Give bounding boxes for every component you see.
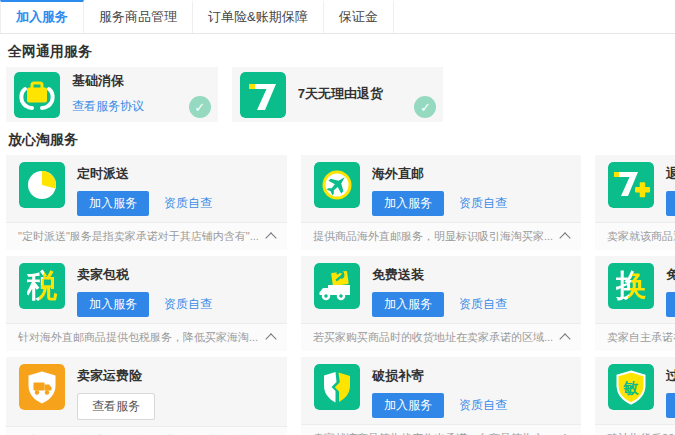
allergy-glyph: 敏 bbox=[623, 379, 640, 396]
service-title: 免费送装 bbox=[372, 266, 507, 284]
service-title: 基础消保 bbox=[72, 72, 144, 90]
allergy-shield-icon: 敏 bbox=[608, 364, 654, 410]
briefcase-icon bbox=[14, 72, 60, 118]
qualification-check-link[interactable]: 资质自查 bbox=[459, 195, 507, 212]
service-card-allergy-refund: 敏 过敏包退 加入服务 资质自查 确认收货后30天内，若消费者因使用该商品引..… bbox=[595, 357, 675, 435]
check-icon: ✓ bbox=[189, 96, 211, 118]
service-title: 退货承诺 bbox=[666, 165, 675, 183]
seven-day-icon bbox=[240, 72, 286, 118]
service-title: 定时派送 bbox=[77, 165, 212, 183]
join-service-button[interactable]: 加入服务 bbox=[77, 292, 149, 317]
service-description: 若买家购买商品时的收货地址在卖家承诺的区域... bbox=[313, 330, 553, 345]
join-service-button[interactable]: 加入服务 bbox=[666, 191, 675, 216]
service-title: 卖家包税 bbox=[77, 266, 212, 284]
service-card-return-promise: 退货承诺 加入服务 资质自查 卖家就该商品退货服务向买家作出承诺，自商品... bbox=[595, 155, 675, 250]
service-description: 确认收货后30天内，若消费者因使用该商品引... bbox=[607, 431, 675, 435]
tab-deposit[interactable]: 保证金 bbox=[324, 0, 394, 33]
service-card-free-delivery-install: 免费送装 加入服务 资质自查 若买家购买商品时的收货地址在卖家承诺的区域... bbox=[301, 256, 581, 351]
view-service-agreement-link[interactable]: 查看服务协议 bbox=[72, 98, 144, 115]
join-service-button[interactable]: 加入服务 bbox=[372, 191, 444, 216]
chevron-up-icon[interactable] bbox=[559, 232, 570, 243]
exchange-character-icon: 换 bbox=[608, 263, 654, 309]
service-title: 过敏包退 bbox=[666, 367, 675, 385]
broken-shield-icon bbox=[314, 364, 360, 410]
qualification-check-link[interactable]: 资质自查 bbox=[459, 296, 507, 313]
clock-pie-icon bbox=[19, 162, 65, 208]
chevron-up-icon[interactable] bbox=[559, 333, 570, 344]
service-description: 卖家就该商品退货服务向买家作出承诺，自商品... bbox=[607, 229, 675, 244]
tab-bar: 加入服务 服务商品管理 订单险&账期保障 保证金 bbox=[0, 0, 675, 34]
qualification-check-link[interactable]: 资质自查 bbox=[164, 296, 212, 313]
tax-glyph: 税 bbox=[27, 263, 58, 309]
delivery-truck-icon bbox=[314, 263, 360, 309]
seven-plus-icon bbox=[608, 162, 654, 208]
service-card-7day-return: 7天无理由退货 ✓ bbox=[232, 67, 444, 122]
join-service-button[interactable]: 加入服务 bbox=[372, 292, 444, 317]
join-service-button[interactable]: 加入服务 bbox=[372, 393, 444, 418]
service-card-overseas-direct-mail: 海外直邮 加入服务 资质自查 提供商品海外直邮服务，明显标识吸引海淘买家... bbox=[301, 155, 581, 250]
seller-services-page: 加入服务 服务商品管理 订单险&账期保障 保证金 全网通用服务 基础消保 查看服… bbox=[0, 0, 675, 435]
fangxintao-services-grid: 定时派送 加入服务 资质自查 "定时派送"服务是指卖家承诺对于其店铺内含有"..… bbox=[6, 155, 669, 435]
qualification-check-link[interactable]: 资质自查 bbox=[164, 195, 212, 212]
service-description: 提供商品海外直邮服务，明显标识吸引海淘买家... bbox=[313, 229, 553, 244]
service-title: 海外直邮 bbox=[372, 165, 507, 183]
fangxintao-section-title: 放心淘服务 bbox=[8, 131, 667, 149]
service-card-scheduled-delivery: 定时派送 加入服务 资质自查 "定时派送"服务是指卖家承诺对于其店铺内含有"..… bbox=[6, 155, 287, 250]
service-description: 卖家自主承诺在售后30天内，如发现商品出现... bbox=[607, 330, 675, 345]
airplane-icon bbox=[314, 162, 360, 208]
exchange-glyph: 换 bbox=[616, 263, 647, 309]
service-title: 7天无理由退货 bbox=[298, 85, 383, 103]
service-title: 破损补寄 bbox=[372, 367, 507, 385]
service-card-damage-reshipment: 破损补寄 加入服务 资质自查 卖家就该商品签收状态作出承诺，自商品签收之... bbox=[301, 357, 581, 435]
shield-truck-icon bbox=[19, 364, 65, 410]
content-area: 全网通用服务 基础消保 查看服务协议 ✓ bbox=[0, 43, 675, 435]
tax-character-icon: 税 bbox=[19, 263, 65, 309]
check-icon: ✓ bbox=[414, 96, 436, 118]
join-service-button[interactable]: 加入服务 bbox=[666, 393, 675, 418]
tab-order-insurance[interactable]: 订单险&账期保障 bbox=[193, 0, 324, 33]
service-title: 免费换新 bbox=[666, 266, 675, 284]
chevron-up-icon[interactable] bbox=[265, 232, 276, 243]
tab-service-goods-management[interactable]: 服务商品管理 bbox=[84, 0, 193, 33]
service-description: 针对海外直邮商品提供包税服务，降低买家海淘... bbox=[18, 330, 259, 345]
universal-services-grid: 基础消保 查看服务协议 ✓ 7天无理由退货 ✓ bbox=[6, 67, 669, 122]
service-description: "定时派送"服务是指卖家承诺对于其店铺内含有"... bbox=[18, 229, 259, 244]
service-card-seller-tax-included: 税 卖家包税 加入服务 资质自查 针对海外直邮商品提供包税服务，降低买家海淘..… bbox=[6, 256, 287, 351]
service-card-free-replacement: 换 免费换新 加入服务 资质自查 卖家自主承诺在售后30天内，如发现商品出现..… bbox=[595, 256, 675, 351]
service-title: 卖家运费险 bbox=[77, 367, 155, 385]
universal-section-title: 全网通用服务 bbox=[8, 43, 667, 61]
tab-join-service[interactable]: 加入服务 bbox=[0, 0, 84, 33]
qualification-check-link[interactable]: 资质自查 bbox=[459, 397, 507, 414]
service-card-basic-protection: 基础消保 查看服务协议 ✓ bbox=[6, 67, 218, 122]
join-service-button[interactable]: 加入服务 bbox=[666, 292, 675, 317]
join-service-button[interactable]: 加入服务 bbox=[77, 191, 149, 216]
service-card-seller-freight-insurance: 卖家运费险 查看服务 加入此服务的卖家当发生退货时，产生的退货运... bbox=[6, 357, 287, 435]
service-description: 卖家就该商品签收状态作出承诺，自商品签收之... bbox=[313, 431, 553, 435]
chevron-up-icon[interactable] bbox=[265, 333, 276, 344]
view-service-button[interactable]: 查看服务 bbox=[77, 393, 155, 420]
